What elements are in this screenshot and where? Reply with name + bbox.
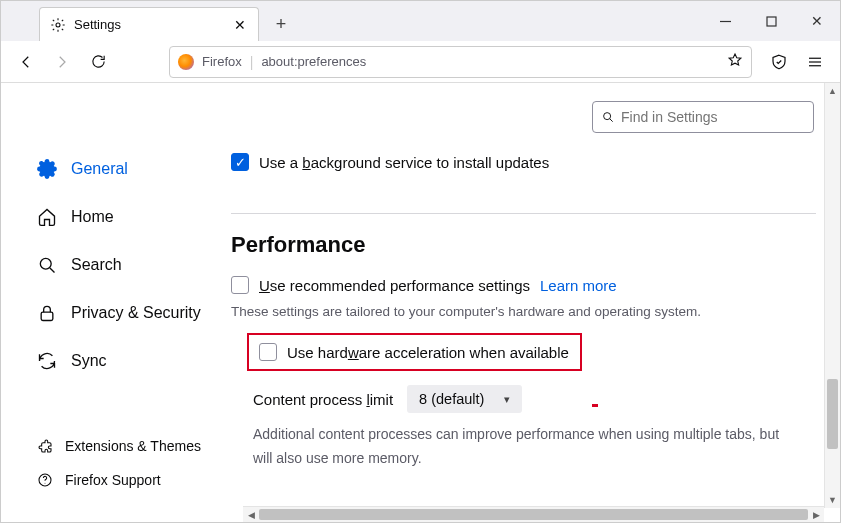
svg-point-13: [45, 483, 46, 484]
urlbar-context: Firefox: [202, 54, 242, 69]
help-icon: [37, 472, 53, 488]
perf-hint: These settings are tailored to your comp…: [231, 304, 816, 319]
checkbox-hw-accel[interactable]: [259, 343, 277, 361]
performance-section-title: Performance: [231, 232, 816, 258]
svg-point-9: [40, 258, 51, 269]
gear-icon: [50, 17, 66, 33]
search-icon: [37, 255, 57, 275]
section-separator: [231, 213, 816, 214]
content-process-limit-select[interactable]: 8 (default) ▾: [407, 385, 522, 413]
vertical-scrollbar[interactable]: ▲ ▼: [824, 83, 840, 508]
hw-accel-option[interactable]: Use hardware acceleration when available: [259, 343, 570, 361]
option-label: Content process limit: [253, 391, 393, 408]
tab-close-button[interactable]: ✕: [232, 17, 248, 33]
urlbar-separator: |: [250, 54, 254, 70]
browser-tab[interactable]: Settings ✕: [39, 7, 259, 41]
sync-icon: [37, 351, 57, 371]
reload-button[interactable]: [83, 47, 113, 77]
sidebar-item-privacy[interactable]: Privacy & Security: [33, 295, 231, 331]
horizontal-scrollbar[interactable]: ◀ ▶: [243, 506, 824, 522]
svg-point-6: [604, 113, 611, 120]
scroll-thumb[interactable]: [827, 379, 838, 449]
settings-main-panel: Use a background service to install upda…: [231, 133, 840, 523]
gear-icon: [37, 159, 57, 179]
settings-content: General Home Search Privacy & Security S…: [1, 83, 840, 523]
sidebar-item-sync[interactable]: Sync: [33, 343, 231, 379]
scroll-thumb[interactable]: [259, 509, 808, 520]
chevron-down-icon: ▾: [504, 393, 510, 406]
tab-label: Settings: [74, 17, 224, 32]
scroll-right-button[interactable]: ▶: [808, 507, 824, 522]
sidebar-item-home[interactable]: Home: [33, 199, 231, 235]
scroll-left-button[interactable]: ◀: [243, 507, 259, 522]
svg-line-10: [50, 268, 55, 273]
titlebar: Settings ✕ + ✕: [1, 1, 840, 41]
firefox-logo-icon: [178, 54, 194, 70]
recommended-perf-option[interactable]: Use recommended performance settings Lea…: [231, 276, 816, 294]
sidebar-bottom-label: Firefox Support: [65, 472, 161, 488]
sidebar-extensions-themes[interactable]: Extensions & Themes: [37, 432, 201, 460]
svg-rect-2: [767, 17, 776, 26]
close-window-button[interactable]: ✕: [794, 1, 840, 41]
sidebar-item-general[interactable]: General: [33, 151, 231, 187]
content-process-limit-row: Content process limit 8 (default) ▾: [253, 385, 816, 413]
nav-toolbar: Firefox | about:preferences: [1, 41, 840, 83]
forward-button[interactable]: [47, 47, 77, 77]
svg-line-7: [610, 119, 613, 122]
sidebar-bottom-label: Extensions & Themes: [65, 438, 201, 454]
checkbox-recommended-perf[interactable]: [231, 276, 249, 294]
checkbox-background-updates[interactable]: [231, 153, 249, 171]
shield-button[interactable]: [764, 47, 794, 77]
puzzle-icon: [37, 438, 53, 454]
search-icon: [601, 110, 615, 124]
find-settings-box[interactable]: [592, 101, 814, 133]
annotation-marker: [592, 404, 598, 407]
sidebar-item-label: Search: [71, 256, 122, 274]
hw-accel-highlight: Use hardware acceleration when available: [247, 333, 582, 371]
scroll-down-button[interactable]: ▼: [825, 492, 840, 508]
option-label: Use recommended performance settings: [259, 277, 530, 294]
sidebar-item-label: General: [71, 160, 128, 178]
settings-sidebar: General Home Search Privacy & Security S…: [1, 133, 231, 523]
find-settings-input[interactable]: [621, 109, 805, 125]
option-label: Use a background service to install upda…: [259, 154, 549, 171]
updates-background-option[interactable]: Use a background service to install upda…: [231, 153, 816, 171]
home-icon: [37, 207, 57, 227]
minimize-button[interactable]: [702, 1, 748, 41]
app-menu-button[interactable]: [800, 47, 830, 77]
sidebar-firefox-support[interactable]: Firefox Support: [37, 466, 201, 494]
sidebar-item-label: Sync: [71, 352, 107, 370]
svg-rect-11: [41, 312, 53, 320]
lock-icon: [37, 303, 57, 323]
select-value: 8 (default): [419, 391, 484, 407]
new-tab-button[interactable]: +: [267, 10, 295, 38]
back-button[interactable]: [11, 47, 41, 77]
url-bar[interactable]: Firefox | about:preferences: [169, 46, 752, 78]
scroll-up-button[interactable]: ▲: [825, 83, 840, 99]
sidebar-item-label: Privacy & Security: [71, 304, 201, 322]
bookmark-star-icon[interactable]: [727, 52, 743, 71]
urlbar-text: about:preferences: [261, 54, 366, 69]
learn-more-link[interactable]: Learn more: [540, 277, 617, 294]
sidebar-item-search[interactable]: Search: [33, 247, 231, 283]
svg-point-0: [56, 23, 60, 27]
maximize-button[interactable]: [748, 1, 794, 41]
process-limit-desc: Additional content processes can improve…: [253, 423, 793, 471]
sidebar-item-label: Home: [71, 208, 114, 226]
option-label: Use hardware acceleration when available: [287, 344, 569, 361]
